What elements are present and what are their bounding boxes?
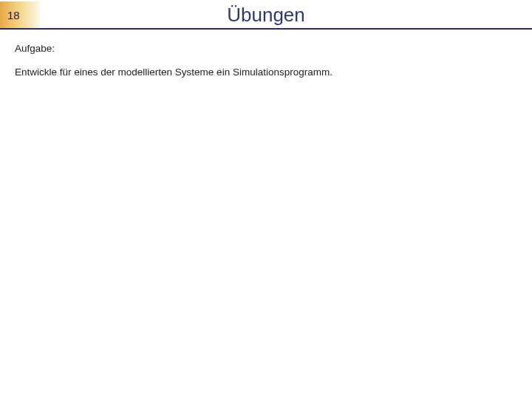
- slide-header: 18 Übungen: [0, 1, 532, 30]
- slide-title: Übungen: [40, 4, 532, 27]
- page-number-box: 18: [0, 1, 40, 28]
- page-number: 18: [7, 9, 20, 21]
- task-label: Aufgabe:: [15, 43, 517, 54]
- task-body: Entwickle für eines der modellierten Sys…: [15, 66, 517, 80]
- slide-content: Aufgabe: Entwickle für eines der modelli…: [0, 30, 532, 80]
